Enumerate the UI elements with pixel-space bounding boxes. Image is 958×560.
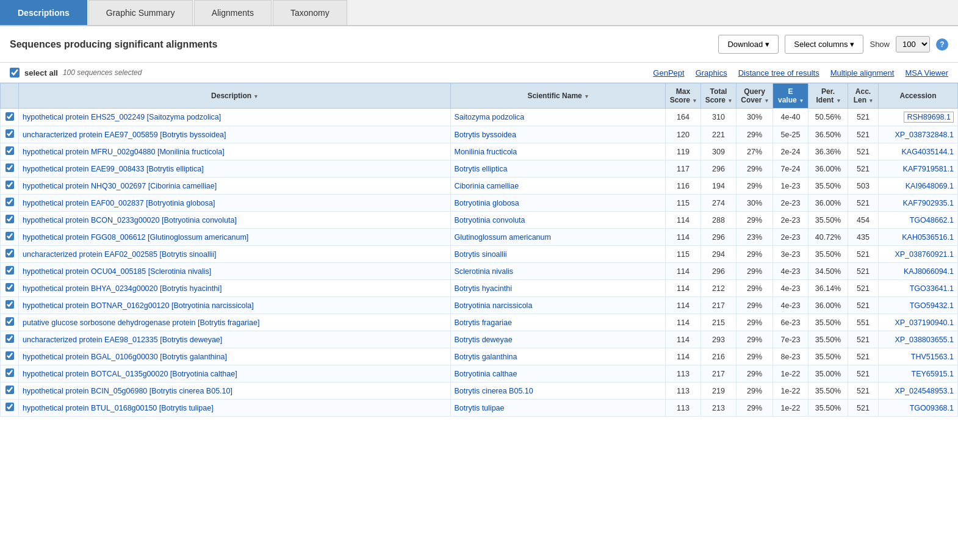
description-link[interactable]: uncharacterized protein EAE97_005859 [Bo…: [23, 131, 226, 139]
scientific-name-link[interactable]: Sclerotinia nivalis: [455, 267, 514, 276]
accession-link[interactable]: KAJ8066094.1: [904, 267, 954, 276]
col-total-sort-icon[interactable]: ▾: [729, 98, 732, 104]
toolbar-link-genpept[interactable]: GenPept: [653, 68, 684, 77]
col-header-description[interactable]: Description ▾: [19, 84, 451, 109]
row-checkbox[interactable]: [5, 368, 14, 377]
accession-link[interactable]: TEY65915.1: [912, 370, 954, 378]
col-header-accession[interactable]: Accession: [879, 84, 958, 109]
col-qcover-sort-icon[interactable]: ▾: [765, 98, 768, 104]
accession-link[interactable]: TGO09368.1: [910, 404, 954, 412]
scientific-name-link[interactable]: Botrytis elliptica: [455, 165, 508, 173]
row-checkbox[interactable]: [5, 283, 14, 292]
description-link[interactable]: hypothetical protein BHYA_0234g00020 [Bo…: [23, 284, 221, 293]
scientific-name-link[interactable]: Botrytis tulipae: [455, 404, 505, 412]
toolbar-link-multiple-alignment[interactable]: Multiple alignment: [830, 68, 895, 77]
help-icon[interactable]: ?: [936, 38, 948, 51]
accession-link[interactable]: XP_038732848.1: [895, 131, 954, 139]
row-checkbox[interactable]: [5, 112, 14, 121]
tab-descriptions[interactable]: Descriptions: [0, 0, 87, 25]
tab-graphic-summary[interactable]: Graphic Summary: [88, 0, 193, 25]
row-checkbox[interactable]: [5, 181, 14, 189]
accession-link[interactable]: THV51563.1: [911, 353, 954, 361]
scientific-name-link[interactable]: Saitozyma podzolica: [455, 113, 525, 121]
col-header-total-score[interactable]: TotalScore ▾: [701, 84, 737, 109]
description-link[interactable]: hypothetical protein BCON_0233g00020 [Bo…: [23, 216, 237, 224]
scientific-name-link[interactable]: Botrytis byssoidea: [455, 131, 516, 139]
description-link[interactable]: putative glucose sorbosone dehydrogenase…: [23, 318, 259, 327]
tab-alignments[interactable]: Alignments: [194, 0, 272, 25]
toolbar-link-distance-tree[interactable]: Distance tree of results: [738, 68, 819, 77]
accession-link[interactable]: KAG4035144.1: [902, 148, 954, 156]
col-evalue-sort-icon[interactable]: ▾: [800, 98, 803, 104]
col-acclen-sort-icon[interactable]: ▾: [870, 98, 873, 104]
row-checkbox[interactable]: [5, 351, 14, 360]
row-checkbox[interactable]: [5, 386, 14, 394]
scientific-name-link[interactable]: Botryotinia convoluta: [455, 216, 525, 224]
select-all-label[interactable]: select all: [24, 68, 58, 77]
download-button[interactable]: Download ▾: [718, 35, 779, 54]
description-link[interactable]: hypothetical protein BOTCAL_0135g00020 […: [23, 370, 237, 378]
col-sci-sort-icon[interactable]: ▾: [585, 93, 588, 99]
col-header-query-cover[interactable]: QueryCover ▾: [737, 84, 773, 109]
row-checkbox[interactable]: [5, 317, 14, 326]
accession-link[interactable]: RSH89698.1: [904, 112, 954, 123]
toolbar-link-msa-viewer[interactable]: MSA Viewer: [905, 68, 948, 77]
toolbar-link-graphics[interactable]: Graphics: [696, 68, 727, 77]
col-desc-sort-icon[interactable]: ▾: [254, 93, 258, 99]
accession-link[interactable]: TGO33641.1: [910, 284, 954, 293]
col-header-scientific-name[interactable]: Scientific Name ▾: [450, 84, 666, 109]
description-link[interactable]: hypothetical protein EAF00_002837 [Botry…: [23, 199, 215, 207]
accession-link[interactable]: XP_038803655.1: [895, 336, 954, 344]
scientific-name-link[interactable]: Botrytis deweyae: [455, 336, 513, 344]
accession-link[interactable]: XP_024548953.1: [895, 387, 954, 395]
tab-taxonomy[interactable]: Taxonomy: [273, 0, 347, 25]
select-all-checkbox[interactable]: [10, 68, 20, 77]
description-link[interactable]: uncharacterized protein EAE98_012335 [Bo…: [23, 336, 222, 344]
row-checkbox[interactable]: [5, 198, 14, 206]
row-checkbox[interactable]: [5, 334, 14, 343]
description-link[interactable]: hypothetical protein NHQ30_002697 [Cibor…: [23, 182, 217, 190]
accession-link[interactable]: KAF7919581.1: [903, 165, 954, 173]
description-link[interactable]: hypothetical protein MFRU_002g04880 [Mon…: [23, 148, 225, 156]
scientific-name-link[interactable]: Botrytis sinoallii: [455, 250, 507, 259]
show-select[interactable]: 100 50 200: [896, 36, 930, 52]
row-checkbox[interactable]: [5, 266, 14, 275]
accession-link[interactable]: TGO59432.1: [910, 301, 954, 310]
row-checkbox[interactable]: [5, 215, 14, 223]
scientific-name-link[interactable]: Botrytis galanthina: [455, 353, 517, 361]
description-link[interactable]: hypothetical protein BGAL_0106g00030 [Bo…: [23, 353, 227, 361]
description-link[interactable]: hypothetical protein FGG08_006612 [Gluti…: [23, 233, 248, 242]
row-checkbox[interactable]: [5, 232, 14, 240]
accession-link[interactable]: XP_038760921.1: [895, 250, 954, 259]
accession-link[interactable]: TGO48662.1: [910, 216, 954, 224]
col-header-acc-len[interactable]: Acc.Len ▾: [848, 84, 879, 109]
row-checkbox[interactable]: [5, 129, 14, 138]
row-checkbox[interactable]: [5, 163, 14, 172]
row-checkbox[interactable]: [5, 403, 14, 411]
description-link[interactable]: hypothetical protein BTUL_0168g00150 [Bo…: [23, 404, 214, 412]
row-checkbox[interactable]: [5, 300, 14, 309]
accession-link[interactable]: XP_037190940.1: [895, 318, 954, 327]
accession-link[interactable]: KAH0536516.1: [902, 233, 954, 242]
scientific-name-link[interactable]: Botryotinia calthae: [455, 370, 517, 378]
accession-link[interactable]: KAF7902935.1: [903, 199, 954, 207]
col-header-max-score[interactable]: MaxScore ▾: [666, 84, 701, 109]
accession-link[interactable]: KAI9648069.1: [906, 182, 954, 190]
description-link[interactable]: hypothetical protein EAE99_008433 [Botry…: [23, 165, 204, 173]
description-link[interactable]: hypothetical protein OCU04_005185 [Scler…: [23, 267, 211, 276]
description-link[interactable]: hypothetical protein EHS25_002249 [Saito…: [23, 113, 221, 121]
scientific-name-link[interactable]: Botryotinia globosa: [455, 199, 519, 207]
description-link[interactable]: hypothetical protein BCIN_05g06980 [Botr…: [23, 387, 232, 395]
select-columns-button[interactable]: Select columns ▾: [785, 35, 863, 54]
scientific-name-link[interactable]: Botrytis cinerea B05.10: [455, 387, 533, 395]
scientific-name-link[interactable]: Botryotinia narcissicola: [455, 301, 533, 310]
row-checkbox[interactable]: [5, 249, 14, 257]
col-header-e-value[interactable]: Evalue ▾: [773, 84, 809, 109]
description-link[interactable]: uncharacterized protein EAF02_002585 [Bo…: [23, 250, 217, 259]
scientific-name-link[interactable]: Ciborinia camelliae: [455, 182, 519, 190]
scientific-name-link[interactable]: Botrytis hyacinthi: [455, 284, 512, 293]
col-header-per-ident[interactable]: Per.Ident ▾: [809, 84, 848, 109]
description-link[interactable]: hypothetical protein BOTNAR_0162g00120 […: [23, 301, 254, 310]
row-checkbox[interactable]: [5, 146, 14, 155]
scientific-name-link[interactable]: Glutinoglossum americanum: [455, 233, 551, 242]
